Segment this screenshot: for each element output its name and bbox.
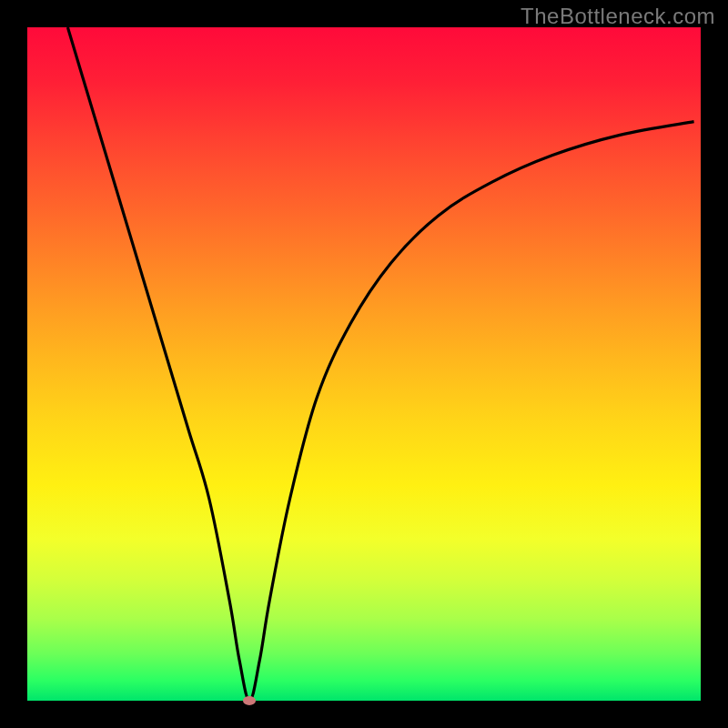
optimum-marker <box>243 696 256 705</box>
watermark-text: TheBottleneck.com <box>521 4 715 29</box>
curve-path <box>67 27 693 701</box>
plot-area <box>27 27 701 701</box>
chart-frame: TheBottleneck.com <box>0 0 728 728</box>
bottleneck-curve <box>27 27 701 701</box>
